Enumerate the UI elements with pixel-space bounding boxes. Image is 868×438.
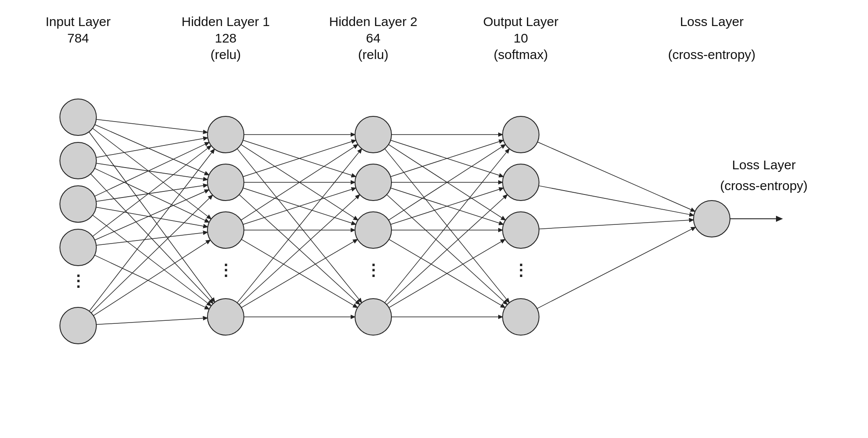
- svg-text:Hidden Layer 1: Hidden Layer 1: [181, 14, 270, 29]
- svg-point-69: [207, 212, 244, 248]
- svg-point-83: [503, 116, 539, 153]
- svg-line-12: [96, 207, 207, 227]
- svg-text:Input Layer: Input Layer: [46, 14, 111, 29]
- svg-text:Output Layer: Output Layer: [483, 14, 558, 29]
- neural-network-diagram: ⋮Input Layer784⋮Hidden Layer 1128(relu)⋮…: [0, 0, 868, 438]
- svg-line-20: [93, 240, 210, 316]
- svg-point-76: [355, 164, 391, 201]
- svg-line-16: [96, 232, 208, 245]
- svg-text:⋮: ⋮: [365, 261, 381, 279]
- svg-line-19: [91, 195, 213, 313]
- svg-line-2: [96, 119, 208, 132]
- svg-text:64: 64: [366, 31, 380, 45]
- svg-text:784: 784: [67, 31, 89, 45]
- svg-text:Loss Layer: Loss Layer: [680, 14, 744, 29]
- svg-line-8: [95, 168, 209, 222]
- svg-point-91: [694, 201, 730, 237]
- svg-text:128: 128: [215, 31, 237, 45]
- svg-point-84: [503, 164, 539, 201]
- svg-text:10: 10: [513, 31, 528, 45]
- svg-point-61: [60, 186, 96, 222]
- svg-point-75: [355, 116, 391, 153]
- svg-text:(cross-entropy): (cross-entropy): [720, 178, 808, 193]
- svg-point-68: [207, 164, 244, 201]
- svg-point-86: [503, 299, 539, 335]
- svg-text:Loss Layer: Loss Layer: [732, 158, 796, 172]
- svg-text:⋮: ⋮: [513, 261, 529, 279]
- svg-line-14: [92, 146, 211, 237]
- svg-point-67: [207, 116, 244, 153]
- svg-line-10: [95, 142, 209, 196]
- svg-text:⋮: ⋮: [70, 272, 86, 290]
- svg-line-13: [92, 215, 211, 306]
- svg-text:(cross-entropy): (cross-entropy): [668, 47, 756, 62]
- svg-point-77: [355, 212, 391, 248]
- svg-text:(relu): (relu): [210, 47, 241, 62]
- svg-text:Hidden Layer 2: Hidden Layer 2: [329, 14, 417, 29]
- svg-line-4: [92, 128, 211, 219]
- svg-line-21: [96, 318, 207, 324]
- svg-text:(softmax): (softmax): [493, 47, 548, 62]
- svg-point-60: [60, 142, 96, 179]
- svg-line-56: [539, 220, 694, 229]
- svg-line-6: [96, 138, 207, 157]
- svg-point-85: [503, 212, 539, 248]
- svg-line-3: [95, 125, 209, 175]
- svg-point-59: [60, 99, 96, 135]
- svg-point-78: [355, 299, 391, 335]
- svg-point-62: [60, 229, 96, 266]
- svg-point-63: [60, 307, 96, 344]
- svg-line-54: [537, 142, 695, 211]
- svg-text:(relu): (relu): [358, 47, 388, 62]
- svg-text:⋮: ⋮: [218, 261, 233, 279]
- svg-point-70: [207, 299, 244, 335]
- svg-line-57: [537, 227, 695, 309]
